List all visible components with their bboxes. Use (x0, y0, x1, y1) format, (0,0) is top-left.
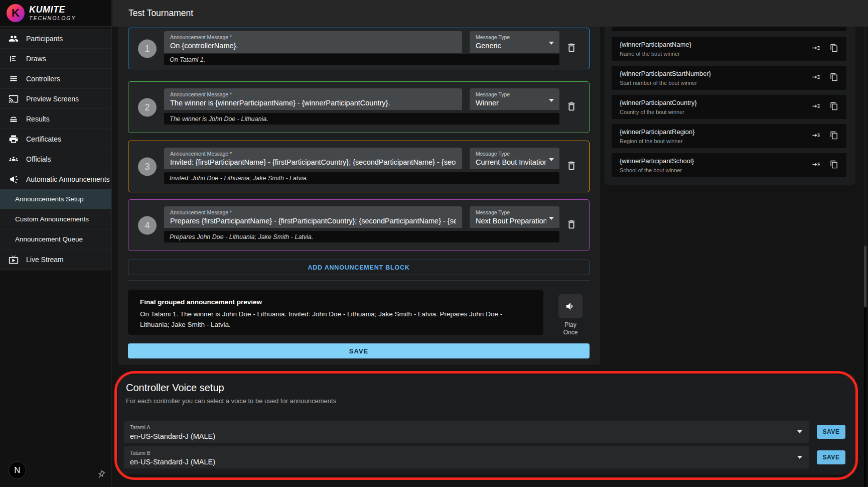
sidebar-item-label: Results (26, 115, 50, 123)
field-label: Announcement Message * (170, 209, 456, 215)
speaker-icon (565, 301, 576, 312)
final-preview-title: Final grouped announcement preview (140, 298, 531, 306)
sidebar-item-label: Controllers (26, 75, 60, 83)
select-value: Next Bout Preparation (476, 217, 546, 225)
field-label: Announcement Message * (170, 91, 456, 97)
field-label: Announcement Message * (170, 151, 456, 157)
field-value: Prepares {firstParticipantName} - {first… (170, 217, 456, 225)
save-voice-tatami-b-button[interactable]: SAVE (817, 450, 845, 464)
message-type-select[interactable]: Message Type Generic (470, 31, 559, 53)
sidebar-item-certificates[interactable]: Certificates (0, 129, 111, 149)
announcement-block-3: 3 Announcement Message * Invited: {first… (128, 141, 590, 192)
announcement-message-field[interactable]: Announcement Message * Prepares {firstPa… (164, 206, 462, 228)
sidebar-item-label: Announcements Setup (15, 195, 84, 203)
announcement-block-1: 1 Announcement Message * On {controllerN… (128, 28, 590, 69)
sidebar-item-label: Participants (26, 35, 63, 43)
block-number: 3 (138, 157, 157, 176)
announcement-message-field[interactable]: Announcement Message * The winner is {wi… (164, 88, 462, 110)
block-number: 1 (138, 39, 157, 58)
sidebar-item-label: Custom Announcements (15, 215, 89, 223)
scrollbar-thumb[interactable] (864, 246, 866, 307)
play-once-label-line2: Once (555, 329, 586, 336)
header: Test Tournament (112, 0, 868, 27)
announcement-preview: On Tatami 1. (164, 54, 559, 65)
pin-icon[interactable] (96, 470, 106, 479)
field-label: Announcement Message * (170, 34, 456, 40)
sidebar-item-officials[interactable]: Officials (0, 149, 111, 169)
variables-panel: {winnerParticipantName} Name of the bout… (605, 27, 855, 185)
sidebar-item-controllers[interactable]: Controllers (0, 69, 111, 89)
insert-icon (812, 73, 820, 81)
participants-icon (9, 34, 19, 44)
dropdown-caret-icon (549, 217, 554, 220)
announcement-block-4: 4 Announcement Message * Prepares {first… (128, 199, 590, 251)
sidebar-item-live-stream[interactable]: Live Stream (0, 250, 111, 270)
play-once-label-line1: Play (555, 321, 586, 329)
message-type-select[interactable]: Message Type Current Bout Invitation (470, 148, 559, 169)
insert-variable-button[interactable] (811, 44, 820, 53)
copy-variable-button[interactable] (829, 160, 838, 169)
sidebar-item-label: Draws (26, 55, 46, 63)
save-announcements-button[interactable]: SAVE (128, 343, 590, 358)
add-announcement-block-button[interactable]: ADD ANNOUNCEMENT BLOCK (128, 260, 590, 275)
delete-block-button[interactable] (565, 101, 578, 114)
voice-select-tatami-a[interactable]: Tatami A en-US-Standard-J (MALE) (124, 421, 809, 443)
delete-block-button[interactable] (565, 160, 578, 173)
delete-block-button[interactable] (565, 219, 578, 232)
trash-icon (566, 101, 577, 112)
insert-variable-button[interactable] (811, 131, 820, 140)
page-scrollbar[interactable] (864, 27, 866, 487)
dev-badge[interactable]: N (9, 461, 26, 479)
page-title: Test Tournament (128, 8, 193, 19)
dropdown-caret-icon (549, 99, 554, 102)
brand-title: KUMITE (29, 5, 76, 14)
message-type-select[interactable]: Message Type Winner (470, 88, 559, 110)
voice-select-tatami-b[interactable]: Tatami B en-US-Standard-J (MALE) (124, 446, 809, 468)
insert-variable-button[interactable] (811, 102, 820, 111)
sidebar-item-draws[interactable]: Draws (0, 49, 111, 69)
sidebar-item-custom-announcements[interactable]: Custom Announcements (0, 209, 111, 229)
delete-block-button[interactable] (565, 42, 578, 55)
sidebar-item-label: Certificates (26, 135, 61, 143)
sidebar-item-automatic-announcements[interactable]: Automatic Announcements (0, 169, 111, 189)
divider (128, 280, 590, 281)
select-value: Current Bout Invitation (476, 158, 546, 166)
announcement-message-field[interactable]: Announcement Message * Invited: {firstPa… (164, 148, 462, 169)
dropdown-caret-icon (549, 42, 554, 45)
dropdown-caret-icon (797, 430, 802, 433)
copy-variable-button[interactable] (829, 102, 838, 111)
announcement-message-field[interactable]: Announcement Message * On {controllerNam… (164, 31, 462, 53)
insert-icon (812, 160, 820, 169)
trash-icon (566, 160, 577, 171)
insert-variable-button[interactable] (811, 160, 820, 169)
select-label: Message Type (476, 151, 546, 157)
final-preview-text: On Tatami 1. The winner is John Doe - Li… (140, 309, 531, 330)
copy-variable-button[interactable] (829, 44, 838, 53)
clipped-variable-card (612, 27, 846, 31)
select-label: Message Type (476, 91, 546, 97)
block-number: 2 (138, 98, 157, 116)
copy-variable-button[interactable] (829, 73, 838, 82)
sidebar-item-results[interactable]: Results (0, 109, 111, 129)
insert-variable-button[interactable] (811, 73, 820, 82)
message-type-select[interactable]: Message Type Next Bout Preparation (470, 206, 559, 228)
trash-icon (566, 42, 577, 53)
play-once-button[interactable] (558, 294, 583, 318)
select-value: Generic (476, 42, 546, 50)
sidebar-item-announcement-queue[interactable]: Announcement Queue (0, 229, 111, 250)
save-voice-tatami-a-button[interactable]: SAVE (817, 425, 845, 439)
megaphone-icon (9, 174, 19, 184)
printer-icon (9, 134, 19, 144)
voice-setup-title: Controller Voice setup (126, 382, 224, 394)
announcement-preview: Prepares John Doe - Lithuania; Jake Smit… (164, 231, 559, 242)
sidebar-item-announcements-setup[interactable]: Announcements Setup (0, 189, 111, 209)
dropdown-caret-icon (549, 158, 554, 161)
select-label: Message Type (476, 34, 546, 40)
sidebar-item-preview-screens[interactable]: Preview Screens (0, 89, 111, 109)
copy-variable-button[interactable] (829, 131, 838, 140)
field-value: Invited: {firstParticipantName} - {first… (170, 158, 456, 166)
variable-card: {winnerParticipantSchool} School of the … (612, 153, 846, 177)
field-value: The winner is {winnerParticipantName} - … (170, 99, 456, 107)
sidebar-item-participants[interactable]: Participants (0, 29, 111, 49)
insert-icon (812, 131, 820, 140)
